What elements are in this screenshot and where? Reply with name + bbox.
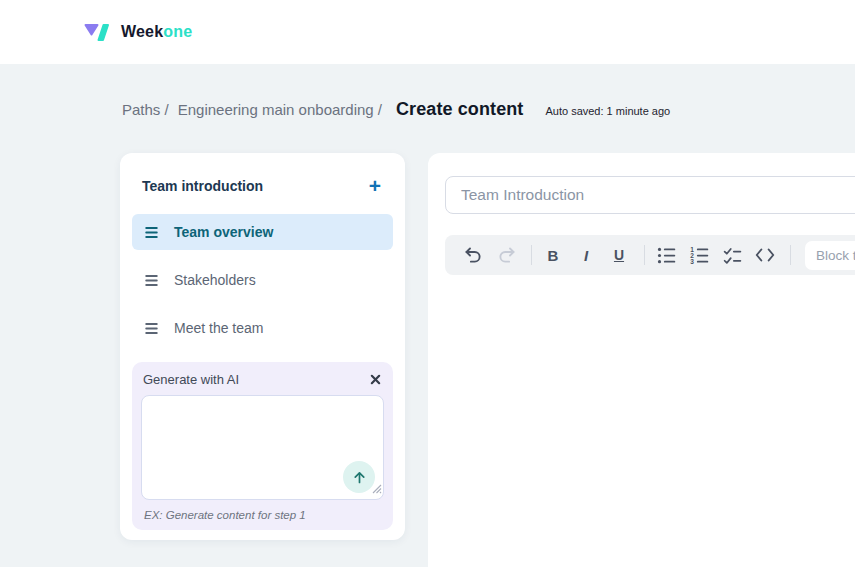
drag-handle-icon[interactable] xyxy=(144,225,159,240)
code-button[interactable] xyxy=(753,243,777,267)
undo-icon xyxy=(463,245,484,266)
step-item-team-overview[interactable]: Team overview xyxy=(132,214,393,250)
ai-hint-text: EX: Generate content for step 1 xyxy=(141,509,384,521)
content-editor: B I U 1 2 3 xyxy=(428,153,855,567)
steps-sidebar: Team introduction + Team overview Stakeh… xyxy=(120,153,405,540)
add-step-button[interactable]: + xyxy=(369,178,381,194)
underline-button[interactable]: U xyxy=(607,243,631,267)
bold-button[interactable]: B xyxy=(541,243,565,267)
undo-button[interactable] xyxy=(461,243,485,267)
step-label: Stakeholders xyxy=(174,272,256,288)
ordered-list-icon: 1 2 3 xyxy=(689,245,710,266)
step-item-stakeholders[interactable]: Stakeholders xyxy=(132,262,393,298)
step-label: Meet the team xyxy=(174,320,264,336)
sidebar-header: Team introduction + xyxy=(132,165,393,194)
section-title: Team introduction xyxy=(142,178,263,194)
app-header: Weekone xyxy=(0,0,855,64)
bullet-list-icon xyxy=(656,245,677,266)
check-list-icon xyxy=(722,245,743,266)
drag-handle-icon[interactable] xyxy=(144,321,159,336)
breadcrumb-paths[interactable]: Paths / xyxy=(122,101,169,118)
code-icon xyxy=(754,244,776,266)
bullet-list-button[interactable] xyxy=(654,243,678,267)
toolbar-divider xyxy=(644,245,645,265)
ai-panel-header: Generate with AI xyxy=(141,371,384,395)
breadcrumb: Paths / Engineering main onboarding / Cr… xyxy=(122,99,670,120)
weekone-logo-icon xyxy=(84,22,112,43)
step-label: Team overview xyxy=(174,224,273,240)
generate-with-ai-panel: Generate with AI EX: Generate content fo… xyxy=(132,362,393,530)
weekone-logo[interactable]: Weekone xyxy=(84,22,192,43)
ai-panel-title: Generate with AI xyxy=(143,372,239,387)
drag-handle-icon[interactable] xyxy=(144,273,159,288)
autosave-status: Auto saved: 1 minute ago xyxy=(545,105,670,117)
ordered-list-button[interactable]: 1 2 3 xyxy=(687,243,711,267)
breadcrumb-onboarding[interactable]: Engineering main onboarding / xyxy=(178,101,382,118)
redo-icon xyxy=(496,245,517,266)
ai-prompt-wrap xyxy=(141,395,384,500)
close-icon[interactable] xyxy=(370,374,381,385)
redo-button[interactable] xyxy=(494,243,518,267)
page-title: Create content xyxy=(396,99,523,120)
toolbar-divider xyxy=(531,245,532,265)
check-list-button[interactable] xyxy=(720,243,744,267)
toolbar-divider xyxy=(790,245,791,265)
brand-name: Weekone xyxy=(121,23,192,41)
step-item-meet-the-team[interactable]: Meet the team xyxy=(132,310,393,346)
arrow-up-icon xyxy=(351,469,368,486)
svg-text:3: 3 xyxy=(690,258,694,265)
step-title-input[interactable] xyxy=(445,176,855,214)
send-button[interactable] xyxy=(343,461,375,493)
italic-button[interactable]: I xyxy=(574,243,598,267)
block-type-select[interactable]: Block type xyxy=(805,241,855,270)
editor-toolbar: B I U 1 2 3 xyxy=(445,235,855,275)
